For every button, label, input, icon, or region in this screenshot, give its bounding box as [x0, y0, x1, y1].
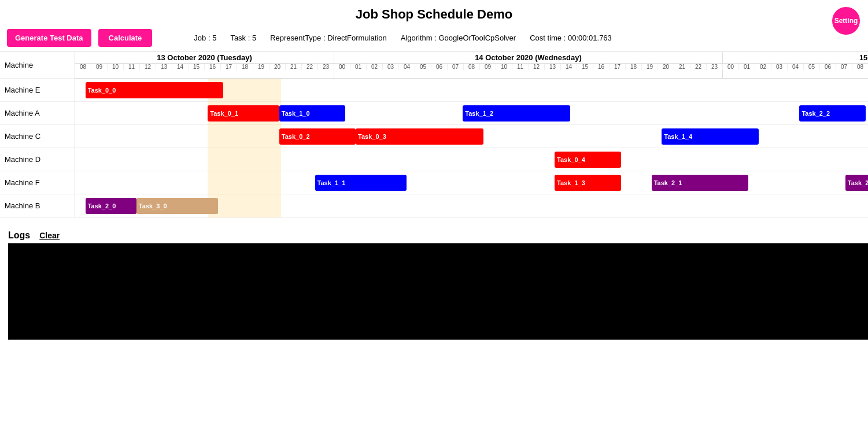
hour-cell: 16 — [205, 64, 221, 70]
hour-cell: 09 — [91, 64, 108, 70]
task-block: Task_0_4 — [555, 152, 621, 168]
logs-title: Logs — [8, 230, 30, 241]
page-header: Job Shop Schedule Demo — [0, 0, 868, 27]
task-block: Task_1_0 — [279, 105, 346, 122]
hour-cell: 08 — [464, 64, 480, 70]
info-bar: Job : 5 Task : 5 RepresentType : DirectF… — [194, 34, 612, 42]
hour-cell: 00 — [334, 64, 350, 70]
hour-cell: 16 — [593, 64, 610, 70]
machine-row-label: Machine E — [0, 79, 75, 102]
toolbar: Generate Test Data Calculate Job : 5 Tas… — [0, 27, 868, 51]
hour-cell: 18 — [626, 64, 642, 70]
hour-cell: 08 — [852, 64, 868, 70]
logs-content — [8, 244, 868, 340]
date-group: 13 October 2020 (Tuesday)080910111213141… — [75, 52, 334, 78]
date-headers: 13 October 2020 (Tuesday)080910111213141… — [75, 52, 868, 79]
hour-cell: 07 — [836, 64, 852, 70]
logs-section: Logs Clear — [0, 227, 868, 340]
hour-cell: 13 — [156, 64, 172, 70]
hour-cell: 17 — [221, 64, 237, 70]
hour-cell: 19 — [253, 64, 269, 70]
task-row: Task_0_1Task_1_0Task_1_2Task_2_2Task_2_4 — [75, 102, 868, 125]
machine-row-label: Machine B — [0, 194, 75, 218]
hour-cell: 07 — [448, 64, 464, 70]
hours-row: 08091011121314151617181920212223 — [75, 64, 334, 70]
hour-cell: 06 — [431, 64, 448, 70]
hour-cell: 20 — [658, 64, 674, 70]
hour-cell: 21 — [674, 64, 690, 70]
task-block: Task_3_0 — [136, 198, 218, 214]
task-block: Task_2_0 — [86, 198, 136, 214]
task-block: Task_1_4 — [662, 128, 759, 145]
task-block: Task_2_1 — [652, 175, 749, 191]
hour-cell: 14 — [561, 64, 577, 70]
hour-cell: 22 — [302, 64, 318, 70]
hour-cell: 05 — [804, 64, 820, 70]
task-row: Task_0_2Task_0_3Task_1_4 — [75, 125, 868, 148]
hour-cell: 10 — [108, 64, 124, 70]
date-label: 14 October 2020 (Wednesday) — [334, 52, 722, 64]
machine-labels: Machine EMachine AMachine CMachine DMach… — [0, 79, 75, 218]
task-block: Task_1_2 — [463, 105, 570, 122]
hour-cell: 05 — [415, 64, 431, 70]
algorithm: Algorithm : GoogleOrToolCpSolver — [401, 34, 516, 42]
hour-cell: 04 — [788, 64, 804, 70]
horizontal-scrollbar[interactable] — [75, 218, 868, 227]
hour-cell: 06 — [820, 64, 836, 70]
schedule-container[interactable]: Machine Machine EMachine AMachine CMachi… — [0, 51, 868, 227]
hour-cell: 19 — [642, 64, 658, 70]
logs-header: Logs Clear — [8, 230, 868, 244]
hour-cell: 21 — [286, 64, 302, 70]
task-block: Task_0_0 — [86, 82, 223, 98]
hour-cell: 02 — [367, 64, 383, 70]
task-row: Task_1_1Task_1_3Task_2_1Task_2_3 — [75, 171, 868, 194]
hour-cell: 12 — [529, 64, 545, 70]
hour-cell: 03 — [383, 64, 399, 70]
machine-row-label: Machine D — [0, 148, 75, 171]
generate-test-data-button[interactable]: Generate Test Data — [7, 29, 91, 47]
task-count: Task : 5 — [230, 34, 256, 42]
hour-cell: 22 — [690, 64, 707, 70]
hours-row: 0001020304050607080910111213141516171819… — [723, 64, 868, 70]
machines-column: Machine Machine EMachine AMachine CMachi… — [0, 52, 75, 218]
task-block: Task_0_2 — [279, 128, 356, 145]
hour-cell: 20 — [269, 64, 286, 70]
task-block: Task_0_3 — [356, 128, 483, 145]
timeline-column: 13 October 2020 (Tuesday)080910111213141… — [75, 52, 868, 218]
date-label: 13 October 2020 (Tuesday) — [75, 52, 334, 64]
task-row: Task_0_0 — [75, 79, 868, 102]
date-group: 14 October 2020 (Wednesday)0001020304050… — [334, 52, 723, 78]
job-count: Job : 5 — [194, 34, 216, 42]
hour-cell: 02 — [755, 64, 771, 70]
task-block: Task_2_3 — [845, 175, 868, 191]
hour-cell: 11 — [124, 64, 140, 70]
hour-cell: 13 — [545, 64, 561, 70]
machine-label-header: Machine — [5, 61, 33, 69]
task-block: Task_1_3 — [555, 175, 621, 191]
hour-cell: 10 — [496, 64, 512, 70]
hour-cell: 04 — [399, 64, 415, 70]
hour-cell: 15 — [189, 64, 205, 70]
machine-row-label: Machine A — [0, 102, 75, 125]
hour-cell: 17 — [610, 64, 626, 70]
hour-cell: 23 — [318, 64, 334, 70]
hour-cell: 14 — [172, 64, 189, 70]
hour-cell: 09 — [480, 64, 496, 70]
hour-cell: 01 — [350, 64, 367, 70]
setting-button[interactable]: Setting — [832, 7, 860, 35]
clear-button[interactable]: Clear — [39, 231, 60, 240]
hour-cell: 15 — [577, 64, 593, 70]
hour-cell: 08 — [75, 64, 91, 70]
cost-time: Cost time : 00:00:01.763 — [530, 34, 612, 42]
grid-wrapper: Machine Machine EMachine AMachine CMachi… — [0, 52, 868, 218]
date-label: 15 October 2020 (Thursday) — [723, 52, 868, 64]
machine-row-label: Machine C — [0, 125, 75, 148]
rows-area: Task_0_0Task_0_1Task_1_0Task_1_2Task_2_2… — [75, 79, 868, 218]
calculate-button[interactable]: Calculate — [98, 29, 153, 47]
hour-cell: 00 — [723, 64, 739, 70]
hours-row: 0001020304050607080910111213141516171819… — [334, 64, 722, 70]
hour-cell: 03 — [771, 64, 788, 70]
task-block: Task_2_2 — [799, 105, 866, 122]
page-title: Job Shop Schedule Demo — [0, 0, 868, 27]
machine-column-header: Machine — [0, 52, 75, 79]
